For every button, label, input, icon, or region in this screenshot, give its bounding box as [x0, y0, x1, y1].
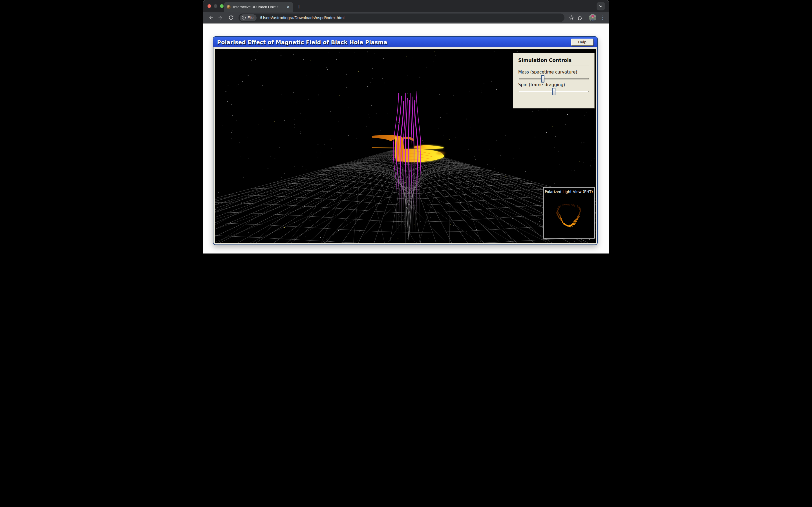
spin-slider-track[interactable] — [519, 91, 589, 92]
traffic-minimize-icon[interactable] — [214, 4, 217, 8]
tab-overflow-chevron-icon[interactable] — [597, 2, 605, 10]
simulation-app-frame: Polarised Effect of Magnetic Field of Bl… — [213, 36, 598, 245]
url-text: /Users/astrodingra/Downloads/nspd/index.… — [260, 15, 345, 20]
kebab-menu-icon[interactable]: ⋮ — [599, 15, 606, 20]
tab-title: Interactive 3D Black Hole Sim — [233, 5, 281, 9]
file-scheme-badge[interactable]: File — [240, 14, 257, 21]
polarization-ticks — [557, 204, 580, 227]
simulation-3d-canvas[interactable]: Simulation Controls Mass (spacetime curv… — [215, 49, 596, 243]
traffic-close-icon[interactable] — [207, 4, 211, 8]
browser-tab[interactable]: Interactive 3D Black Hole Sim × — [224, 2, 293, 12]
tab-close-icon[interactable]: × — [286, 4, 291, 9]
app-title-bar: Polarised Effect of Magnetic Field of Bl… — [213, 37, 597, 47]
file-chip-label: File — [248, 15, 253, 20]
simulation-controls-panel: Simulation Controls Mass (spacetime curv… — [513, 53, 595, 108]
mass-slider-track[interactable] — [519, 78, 589, 79]
mass-slider-thumb[interactable] — [541, 75, 545, 82]
toolbar-actions: ⋮ — [568, 14, 606, 21]
back-button[interactable] — [206, 13, 215, 22]
toolbar-divider — [586, 15, 586, 20]
reload-button[interactable] — [226, 13, 236, 22]
favicon-planet-icon — [226, 5, 231, 9]
help-button[interactable]: Help — [571, 39, 594, 46]
bookmark-star-icon[interactable] — [568, 15, 574, 20]
profile-avatar[interactable] — [589, 14, 596, 21]
traffic-zoom-icon[interactable] — [220, 4, 223, 8]
address-bar[interactable]: File /Users/astrodingra/Downloads/nspd/i… — [239, 13, 564, 22]
tab-strip: Interactive 3D Black Hole Sim × + — [203, 0, 609, 12]
spin-slider-label: Spin (frame-dragging) — [518, 82, 589, 87]
new-tab-button[interactable]: + — [297, 4, 301, 10]
browser-toolbar: File /Users/astrodingra/Downloads/nspd/i… — [203, 12, 609, 23]
browser-window: Interactive 3D Black Hole Sim × + Fi — [203, 0, 609, 253]
app-body: Simulation Controls Mass (spacetime curv… — [213, 47, 597, 244]
spin-slider-thumb[interactable] — [552, 88, 555, 95]
web-page: Polarised Effect of Magnetic Field of Bl… — [203, 23, 609, 253]
eht-polarization-ring — [544, 194, 594, 235]
controls-divider — [518, 66, 589, 66]
window-controls — [207, 4, 223, 8]
info-icon — [242, 15, 246, 20]
help-button-label: Help — [578, 40, 587, 44]
inset-title: Polarized Light View (EHT) — [544, 189, 594, 194]
extensions-puzzle-icon[interactable] — [577, 15, 583, 20]
controls-heading: Simulation Controls — [518, 57, 589, 63]
page-title: Polarised Effect of Magnetic Field of Bl… — [217, 39, 388, 45]
forward-button[interactable] — [216, 13, 225, 22]
polarized-light-inset: Polarized Light View (EHT) — [543, 187, 595, 238]
mass-slider-label: Mass (spacetime curvature) — [518, 69, 589, 75]
